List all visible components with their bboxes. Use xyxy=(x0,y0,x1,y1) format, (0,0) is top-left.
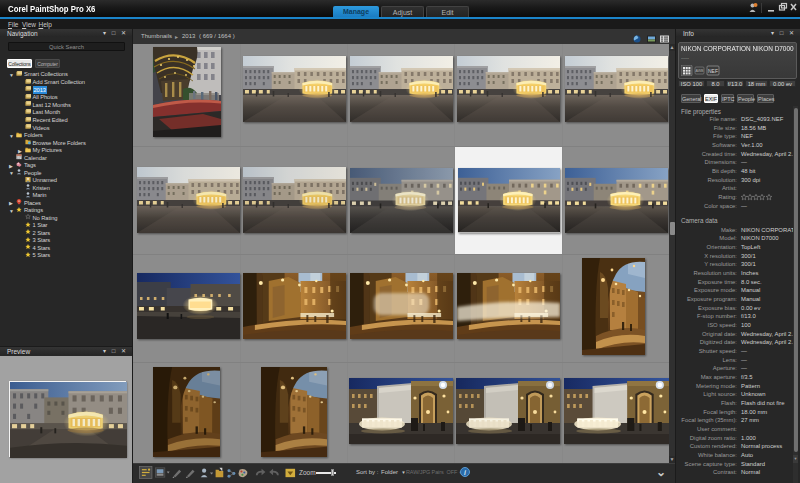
svg-text:NEF: NEF xyxy=(708,68,718,74)
svg-text:AWB: AWB xyxy=(695,69,704,73)
